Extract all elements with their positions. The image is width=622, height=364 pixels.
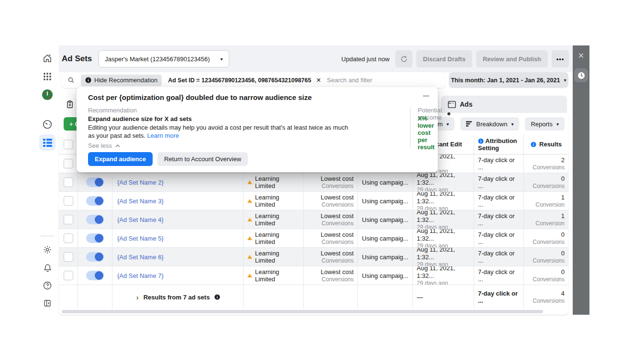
budget: Using campaig... <box>362 179 409 186</box>
row-checkbox[interactable] <box>64 252 73 262</box>
search-input[interactable] <box>326 76 445 84</box>
ad-set-name-link[interactable]: {Ad Set Name 3} <box>117 198 239 205</box>
bid-strategy: Lowest cost <box>321 268 354 276</box>
home-icon[interactable] <box>39 50 56 66</box>
summary-result-value: 4 <box>561 290 565 298</box>
horizontal-scrollbar[interactable] <box>62 310 543 313</box>
result-value: 2 <box>561 156 565 164</box>
ad-set-toggle[interactable] <box>86 252 104 262</box>
bid-strategy: Lowest cost <box>321 175 354 183</box>
review-publish-button[interactable]: Review and Publish <box>476 50 548 67</box>
result-value: 0 <box>561 231 565 239</box>
caret-down-icon: ▾ <box>564 77 566 83</box>
last-edit: Aug 11, 2021, 1:32... <box>417 173 470 187</box>
delivery-status: Learning Limited <box>255 250 300 264</box>
delivery-status: Learning Limited <box>255 268 300 283</box>
tab-ads[interactable]: Ads <box>441 96 567 113</box>
ad-set-name-link[interactable]: {Ad Set Name 2} <box>117 179 239 186</box>
collapse-panel-icon[interactable] <box>39 295 56 311</box>
column-header-results[interactable]: Results <box>524 134 568 154</box>
delivery-status: Learning Limited <box>255 194 300 208</box>
refresh-button[interactable] <box>395 50 412 67</box>
bid-strategy: Lowest cost <box>321 212 354 220</box>
bid-strategy: Lowest cost <box>321 194 354 201</box>
learn-more-link[interactable]: Learn more <box>147 132 179 139</box>
table-row: {Ad Set Name 6} Learning Limited Lowest … <box>59 248 568 266</box>
attribution-setting: 7-day click or ... <box>478 156 520 171</box>
breakdown-icon <box>466 121 472 127</box>
apps-grid-icon[interactable] <box>39 68 56 85</box>
more-options-button[interactable]: ••• <box>552 50 569 67</box>
page-title: Ad Sets <box>62 54 92 64</box>
ads-manager-gauge-icon[interactable] <box>39 116 56 132</box>
ad-set-name-link[interactable]: {Ad Set Name 4} <box>117 216 239 223</box>
ad-set-name-link[interactable]: {Ad Set Name 6} <box>117 254 239 261</box>
reports-button[interactable]: Reports ▾ <box>525 117 565 131</box>
select-all-checkbox[interactable] <box>64 140 73 149</box>
recommendation-heading: Expand audience size for X ad sets <box>88 115 192 122</box>
ad-set-name-link[interactable]: {Ad Set Name 7} <box>117 272 239 279</box>
attribution-setting: 7-day click or ... <box>478 212 520 227</box>
bid-strategy: Lowest cost <box>321 250 354 257</box>
hide-recommendation-chip[interactable]: Hide Recommendation <box>81 75 162 86</box>
column-header-attribution-setting[interactable]: Attribution Setting <box>474 134 524 154</box>
ad-set-toggle[interactable] <box>86 215 104 224</box>
popup-divider <box>410 107 411 148</box>
attribution-setting: 7-day click or ... <box>478 250 520 264</box>
return-account-overview-button[interactable]: Return to Account Overview <box>157 152 248 166</box>
account-selector[interactable]: Jasper's Market (1234567890123456) ▾ <box>99 50 229 67</box>
date-range-label: This month: Jan 1, 2021 - Jan 26, 2021 <box>451 77 560 84</box>
table-row: {Ad Set Name 3} Learning Limited Lowest … <box>59 192 568 210</box>
ad-set-name-link[interactable]: {Ad Set Name 5} <box>117 235 239 242</box>
budget: Using campaig... <box>362 254 409 261</box>
chevron-up-icon <box>115 144 120 147</box>
row-checkbox[interactable] <box>64 159 73 168</box>
refresh-icon <box>400 55 408 63</box>
delivery-status: Learning Limited <box>255 175 300 189</box>
ad-set-toggle[interactable] <box>86 177 104 187</box>
row-checkbox[interactable] <box>64 233 73 243</box>
delivery-status: Learning Limited <box>255 231 300 245</box>
history-clock-button[interactable] <box>574 68 588 82</box>
tab-ads-label: Ads <box>460 100 472 108</box>
updated-status: Updated just now <box>342 55 389 63</box>
ad-set-toggle[interactable] <box>86 196 104 206</box>
row-checkbox[interactable] <box>64 271 73 280</box>
result-value: 1 <box>561 212 565 220</box>
result-value: 0 <box>561 250 565 257</box>
settings-gear-icon[interactable] <box>39 242 56 258</box>
breakdown-button[interactable]: Breakdown ▾ <box>460 117 519 131</box>
account-selector-label: Jasper's Market (1234567890123456) <box>105 55 210 63</box>
clear-filter-icon[interactable]: ✕ <box>316 77 321 84</box>
recommendation-popup: Cost per {optimization goal} doubled due… <box>77 87 438 172</box>
budget: Using campaig... <box>362 235 409 242</box>
recommendation-kicker: Recommendation <box>88 107 137 114</box>
summary-last-edit: — <box>417 294 470 301</box>
result-value: 0 <box>561 268 565 276</box>
chevron-right-icon[interactable]: › <box>136 293 139 301</box>
ad-set-toggle[interactable] <box>86 271 104 280</box>
warning-triangle-icon <box>247 236 252 240</box>
row-checkbox[interactable] <box>64 196 73 206</box>
notifications-bell-icon[interactable] <box>39 260 56 276</box>
warning-triangle-icon <box>247 274 252 277</box>
minus-collapse-icon[interactable]: — <box>423 92 429 99</box>
caret-down-icon: ▾ <box>221 56 223 62</box>
row-checkbox[interactable] <box>64 177 73 187</box>
clock-icon <box>578 72 585 79</box>
close-icon[interactable]: ✕ <box>573 51 589 60</box>
help-icon[interactable] <box>39 277 56 294</box>
campaigns-table-icon[interactable] <box>39 134 56 151</box>
see-less-toggle[interactable]: See less <box>88 142 120 149</box>
expand-audience-button[interactable]: Expand audience <box>88 152 153 166</box>
summary-label: Results from 7 ad sets <box>144 294 210 301</box>
last-edit: Aug 11, 2021, 1:32... <box>417 192 470 205</box>
discard-drafts-button[interactable]: Discard Drafts <box>416 50 472 67</box>
search-filter-bar: Hide Recommendation Ad Set ID = 12345678… <box>61 72 445 88</box>
date-range-selector[interactable]: This month: Jan 1, 2021 - Jan 26, 2021 ▾ <box>449 72 568 88</box>
row-checkbox[interactable] <box>64 215 73 224</box>
account-avatar[interactable] <box>39 87 56 103</box>
ad-set-toggle[interactable] <box>86 233 104 243</box>
table-row: {Ad Set Name 5} Learning Limited Lowest … <box>59 229 568 248</box>
search-icon <box>67 77 75 84</box>
